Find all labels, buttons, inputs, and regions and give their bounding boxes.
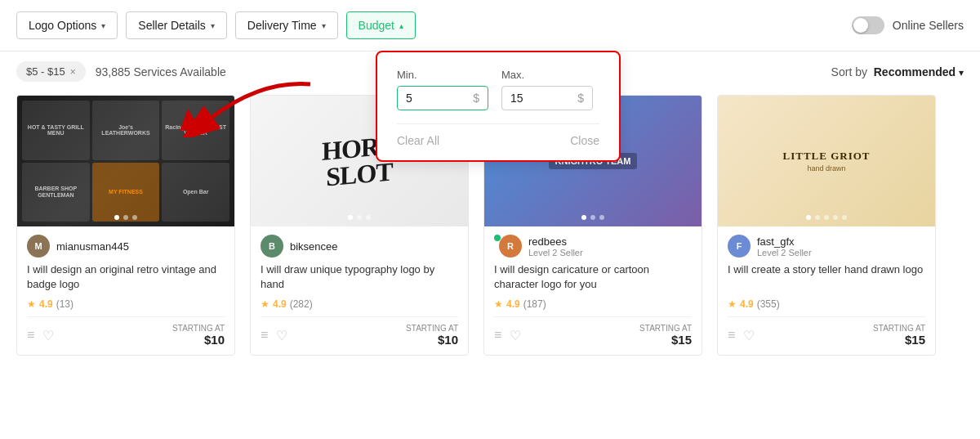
delivery-time-label: Delivery Time: [247, 19, 317, 32]
card-4-seller-name[interactable]: fast_gfx: [757, 235, 812, 248]
dot-5: [842, 215, 847, 220]
card-1-seller-info: M mianusman445: [27, 235, 225, 258]
card-3-list-icon[interactable]: ≡: [494, 328, 501, 343]
card-1-seller-name[interactable]: mianusman445: [56, 240, 129, 253]
max-currency: $: [577, 92, 584, 105]
card-4-seller-level: Level 2 Seller: [757, 248, 812, 258]
card-3-body: R redbees Level 2 Seller I will design c…: [484, 226, 702, 355]
card-2-rating-val: 4.9: [273, 298, 287, 310]
sort-chevron[interactable]: ▾: [959, 67, 964, 78]
card-3-seller-info: R redbees Level 2 Seller: [494, 235, 692, 258]
budget-chevron: ▴: [399, 21, 403, 30]
dot-1: [114, 215, 119, 220]
card-4-price: $15: [873, 333, 925, 347]
sort-by: Sort by Recommended ▾: [831, 65, 964, 78]
card-1-star: ★: [27, 298, 36, 310]
dot-2: [357, 215, 362, 220]
card-2-dots: [251, 215, 468, 220]
card-2-rating-count: (282): [290, 298, 313, 310]
card-4-price-wrap: STARTING AT $15: [873, 324, 925, 347]
max-input[interactable]: [510, 92, 568, 105]
seller-details-filter[interactable]: Seller Details ▾: [126, 11, 226, 39]
card-4-title-text: LITTLE GRIOT: [782, 150, 870, 163]
dot-2: [590, 215, 595, 220]
budget-filter[interactable]: Budget ▴: [346, 11, 416, 39]
tag-chip-label: $5 - $15: [26, 65, 65, 78]
logo-badge-6: Open Bar: [162, 163, 229, 222]
card-3-title: I will design caricature or cartoon char…: [494, 262, 692, 292]
card-1-body: M mianusman445 I will design an original…: [17, 226, 234, 355]
card-3-footer: ≡ ♡ STARTING AT $15: [494, 316, 692, 347]
min-label: Min.: [397, 69, 488, 81]
card-1-rating: ★ 4.9 (13): [27, 298, 225, 310]
dot-4: [833, 215, 838, 220]
card-3-rating: ★ 4.9 (187): [494, 298, 692, 310]
card-3-seller-level: Level 2 Seller: [528, 248, 583, 258]
sort-by-label: Sort by: [831, 65, 867, 78]
sort-by-value: Recommended: [874, 65, 956, 78]
card-1-list-icon[interactable]: ≡: [27, 328, 34, 343]
card-1-grid: HOT & TASTY GRILL MENU Joe's LEATHERWORK…: [17, 96, 234, 226]
service-card-4: LITTLE GRIOT hand drawn F fast_gfx Level…: [717, 95, 936, 356]
logo-options-chevron: ▾: [101, 21, 105, 30]
card-2-seller-name[interactable]: biksencee: [290, 240, 338, 253]
card-1-price-wrap: STARTING AT $10: [172, 324, 225, 347]
card-2-rating: ★ 4.9 (282): [261, 298, 458, 310]
card-4-footer: ≡ ♡ STARTING AT $15: [728, 316, 925, 347]
seller-details-chevron: ▾: [211, 21, 215, 30]
card-4-avatar: F: [728, 235, 751, 258]
card-4-starting-at: STARTING AT: [873, 324, 925, 333]
card-3-price: $15: [639, 333, 692, 347]
card-4-list-icon[interactable]: ≡: [728, 328, 735, 343]
logo-badge-3: Racing BACK & FIRST WINNER: [162, 101, 229, 160]
min-field: Min. $: [397, 69, 488, 110]
tag-chip-close[interactable]: ×: [70, 66, 76, 78]
card-3-avatar: R: [499, 235, 522, 258]
card-3-avatar-wrap: R: [494, 235, 522, 258]
card-3-heart-icon[interactable]: ♡: [510, 328, 521, 343]
dot-3: [366, 215, 371, 220]
card-4-rating-val: 4.9: [740, 298, 754, 310]
service-card-1: HOT & TASTY GRILL MENU Joe's LEATHERWORK…: [16, 95, 235, 356]
online-sellers-toggle[interactable]: [852, 16, 884, 34]
card-4-subtitle: hand drawn: [807, 164, 845, 172]
clear-all-button[interactable]: Clear All: [397, 134, 439, 147]
online-sellers-wrap: Online Sellers: [852, 16, 964, 34]
card-1-image: HOT & TASTY GRILL MENU Joe's LEATHERWORK…: [17, 96, 234, 226]
card-4-image: LITTLE GRIOT hand drawn: [718, 96, 935, 226]
card-1-heart-icon[interactable]: ♡: [42, 328, 54, 343]
card-2-starting-at: STARTING AT: [406, 324, 458, 333]
logo-badge-4: BARBER SHOP GENTLEMAN: [22, 163, 90, 222]
card-3-starting-at: STARTING AT: [639, 324, 692, 333]
min-input[interactable]: [406, 92, 463, 105]
card-4-title: I will create a story teller hand drawn …: [728, 262, 925, 292]
card-1-title: I will design an original retro vintage …: [27, 262, 225, 292]
seller-details-label: Seller Details: [138, 19, 205, 32]
logo-options-label: Logo Options: [29, 19, 96, 32]
delivery-time-chevron: ▾: [322, 21, 326, 30]
card-4-rating-count: (355): [757, 298, 780, 310]
card-4-seller-info: F fast_gfx Level 2 Seller: [728, 235, 925, 258]
card-3-seller-name[interactable]: redbees: [528, 235, 583, 248]
card-2-heart-icon[interactable]: ♡: [276, 328, 287, 343]
card-2-avatar: B: [261, 235, 283, 258]
card-3-price-wrap: STARTING AT $15: [639, 324, 692, 347]
card-2-title: I will draw unique typography logo by ha…: [261, 262, 458, 292]
delivery-time-filter[interactable]: Delivery Time ▾: [235, 11, 338, 39]
logo-options-filter[interactable]: Logo Options ▾: [16, 11, 118, 39]
budget-fields: Min. $ Max. $: [397, 69, 599, 110]
card-1-actions: ≡ ♡: [27, 328, 54, 343]
close-button[interactable]: Close: [570, 134, 599, 147]
card-1-seller-name-wrap: mianusman445: [56, 240, 129, 253]
min-currency: $: [473, 92, 479, 105]
online-sellers-label: Online Sellers: [893, 19, 964, 32]
card-2-list-icon[interactable]: ≡: [261, 328, 268, 343]
card-4-heart-icon[interactable]: ♡: [743, 328, 755, 343]
dot-2: [815, 215, 820, 220]
card-2-actions: ≡ ♡: [261, 328, 287, 343]
card-3-star: ★: [494, 298, 503, 310]
dot-1: [581, 215, 586, 220]
card-1-rating-val: 4.9: [39, 298, 53, 310]
budget-actions: Clear All Close: [397, 123, 599, 147]
card-1-avatar: M: [27, 235, 50, 258]
